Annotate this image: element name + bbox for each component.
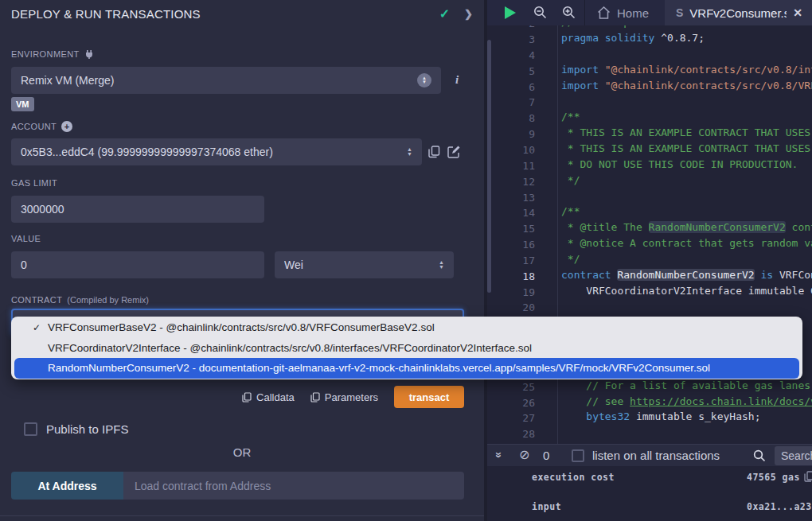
code-line[interactable]: /** (561, 205, 580, 221)
select-arrows-icon: ▲▼ (439, 260, 444, 270)
code-line[interactable]: /** (561, 111, 580, 126)
code-line[interactable]: import "@chainlink/contracts/src/v0.8/VR… (561, 80, 812, 95)
line-number: 9 (487, 126, 535, 142)
close-tab-icon[interactable]: ✕ (793, 6, 802, 19)
gutter-border (557, 25, 558, 444)
collapse-panel-chevron-icon[interactable]: ❯ (464, 8, 473, 20)
contract-option[interactable]: ✓VRFConsumerBaseV2 - @chainlink/contract… (11, 317, 802, 338)
listen-all-checkbox[interactable] (572, 449, 584, 462)
copy-value-icon[interactable] (804, 471, 812, 482)
add-account-icon[interactable]: + (61, 121, 72, 132)
publish-ipfs-checkbox[interactable] (24, 422, 37, 436)
clear-console-icon[interactable]: ⊘ (519, 447, 529, 462)
line-number: 7 (487, 95, 535, 111)
at-address-button[interactable]: At Address (11, 472, 123, 500)
line-number: 20 (487, 300, 535, 316)
page-title: DEPLOY & RUN TRANSACTIONS (11, 7, 439, 21)
terminal-row-key: input (532, 501, 561, 512)
value-input[interactable] (21, 259, 255, 271)
account-select[interactable]: 0x5B3...eddC4 (99.99999999999997374068 e… (11, 138, 422, 165)
code-line[interactable]: * DO NOT USE THIS CODE IN PRODUCTION. (561, 158, 798, 174)
zoom-out-icon[interactable] (533, 6, 547, 19)
contract-option-label: RandomNumberConsumerV2 - documentation-g… (48, 362, 710, 374)
terminal-output: execution cost47565 gasinput0xa21...a23e… (487, 466, 812, 521)
panel-scrollbar[interactable] (487, 40, 491, 293)
compiled-check-icon: ✓ (439, 6, 450, 21)
run-script-icon[interactable] (505, 6, 516, 19)
clipboard-icon (310, 392, 320, 402)
code-line[interactable]: */ (561, 174, 580, 190)
contract-option-label: VRFCoordinatorV2Interface - @chainlink/c… (48, 342, 532, 354)
line-number: 17 (487, 253, 535, 269)
clipboard-icon (242, 392, 252, 402)
contract-option[interactable]: VRFCoordinatorV2Interface - @chainlink/c… (11, 338, 802, 359)
publish-ipfs-label: Publish to IPFS (46, 422, 128, 436)
listen-all-label: listen on all transactions (592, 449, 720, 462)
contract-options-popup: ✓VRFConsumerBaseV2 - @chainlink/contract… (11, 317, 802, 379)
copy-account-icon[interactable] (428, 146, 440, 158)
line-number: 15 (487, 221, 535, 237)
code-line[interactable]: // see https://docs.chain.link/docs/vrf-… (561, 395, 812, 411)
environment-select[interactable]: Remix VM (Merge) ▲▼ (11, 67, 441, 94)
or-label: OR (0, 445, 484, 459)
account-label: ACCOUNT + (11, 121, 72, 132)
solidity-file-icon: S (676, 6, 683, 19)
code-editor[interactable]: 2// An example of a consumer contract th… (487, 25, 812, 444)
calldata-button[interactable]: Calldata (242, 391, 295, 403)
code-line[interactable]: contract RandomNumberConsumerV2 is VRFCo… (561, 269, 812, 285)
gas-limit-input-wrap (11, 196, 264, 223)
tab-home[interactable]: Home (586, 0, 660, 25)
select-arrows-icon: ▲▼ (417, 73, 431, 87)
line-number: 12 (487, 174, 535, 190)
editor-tabbar: Home S VRFv2Consumer.sol ✕ (487, 0, 812, 25)
line-number: 11 (487, 158, 535, 174)
terminal-search-input[interactable] (775, 446, 812, 465)
transact-button[interactable]: transact (394, 386, 464, 408)
home-icon (597, 6, 611, 19)
at-address-input[interactable] (123, 472, 464, 500)
code-line[interactable]: // For a list of available gas lanes on … (561, 379, 812, 395)
publish-ipfs-row: Publish to IPFS (24, 422, 128, 436)
edit-account-icon[interactable] (447, 146, 460, 158)
code-line[interactable]: * THIS IS AN EXAMPLE CONTRACT THAT USES … (561, 142, 812, 158)
gas-limit-input[interactable] (21, 203, 255, 216)
contract-label: CONTRACT (Compiled by Remix) (11, 295, 149, 305)
vm-badge: VM (11, 97, 34, 111)
contract-option-label: VRFConsumerBaseV2 - @chainlink/contracts… (48, 321, 435, 333)
panel-header: DEPLOY & RUN TRANSACTIONS ✓ ❯ (0, 0, 484, 27)
code-line[interactable]: // An example of a consumer contract tha… (561, 25, 812, 32)
code-line[interactable]: * THIS IS AN EXAMPLE CONTRACT THAT USES … (561, 126, 812, 142)
code-line[interactable]: bytes32 immutable s_keyHash; (561, 410, 760, 426)
code-line[interactable]: * @title The RandomNumberConsumerV2 cont… (561, 221, 812, 237)
code-line[interactable]: * @notice A contract that gets random va… (561, 237, 812, 253)
tab-vrfv2consumer[interactable]: S VRFv2Consumer.sol ✕ (665, 0, 812, 25)
zoom-in-icon[interactable] (562, 6, 576, 19)
line-number: 14 (487, 205, 535, 221)
contract-option[interactable]: RandomNumberConsumerV2 - documentation-g… (14, 358, 799, 379)
environment-label: ENVIRONMENT (11, 49, 94, 59)
deploy-actions: Calldata Parameters transact (11, 386, 464, 408)
line-number: 5 (487, 64, 535, 80)
code-line[interactable]: VRFCoordinatorV2Interface immutable COOR… (561, 285, 812, 301)
line-number: 28 (487, 426, 535, 442)
terminal-toolbar: » ⊘ 0 listen on all transactions (487, 444, 812, 466)
parameters-button[interactable]: Parameters (310, 391, 378, 403)
line-number: 10 (487, 142, 535, 158)
code-line[interactable]: import "@chainlink/contracts/src/v0.8/in… (561, 64, 812, 80)
plug-icon (84, 49, 94, 59)
value-unit-select[interactable]: Wei ▲▼ (275, 251, 454, 278)
collapse-terminal-icon[interactable]: » (493, 452, 506, 457)
line-number: 27 (487, 410, 535, 426)
divider (0, 515, 484, 516)
line-number: 6 (487, 80, 535, 95)
line-number: 19 (487, 285, 535, 301)
remix-ide: DEPLOY & RUN TRANSACTIONS ✓ ❯ ENVIRONMEN… (0, 0, 812, 521)
line-number: 3 (487, 32, 535, 48)
code-line[interactable]: */ (561, 253, 580, 269)
code-line[interactable]: pragma solidity ^0.8.7; (561, 32, 705, 48)
line-number: 2 (487, 25, 535, 32)
pending-count: 0 (543, 449, 549, 462)
line-number: 13 (487, 190, 535, 206)
environment-info-icon[interactable]: i (455, 73, 459, 87)
line-number: 16 (487, 237, 535, 253)
